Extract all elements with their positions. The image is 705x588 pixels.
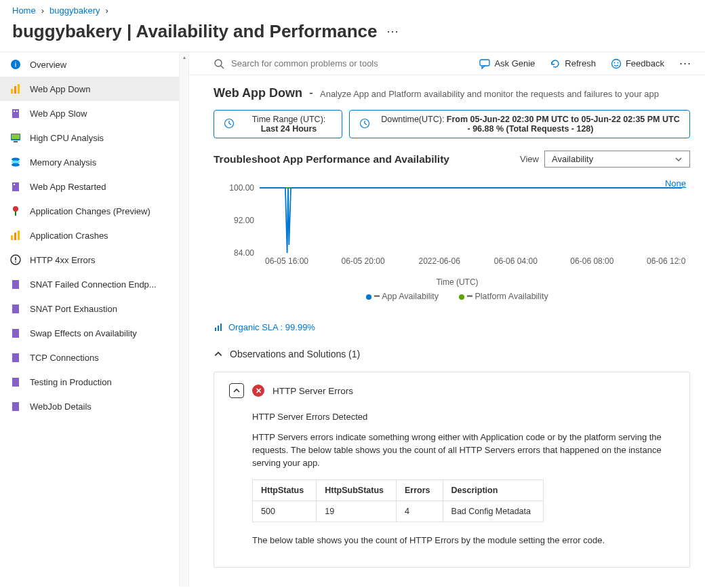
- chart-none-link[interactable]: None: [665, 178, 686, 189]
- error-icon: ✕: [252, 385, 264, 397]
- smile-icon: [611, 58, 622, 69]
- sidebar-item-high-cpu[interactable]: High CPU Analysis: [0, 125, 179, 150]
- collapse-button[interactable]: [229, 383, 244, 398]
- sidebar-item-memory[interactable]: Memory Analysis: [0, 150, 179, 174]
- x-axis-title: Time (UTC): [224, 277, 690, 287]
- table-row: 500 19 4 Bad Config Metadata: [253, 501, 544, 522]
- sidebar-scrollbar[interactable]: ▴: [180, 52, 189, 587]
- page-title: buggybakery | Availability and Performan…: [12, 21, 378, 42]
- section-subheading: Analyze App and Platform availability an…: [320, 89, 659, 99]
- svg-text:84.00: 84.00: [234, 248, 254, 258]
- breadcrumb-app[interactable]: buggybakery: [49, 5, 100, 16]
- svg-rect-22: [15, 262, 16, 263]
- legend-series-1: ━ App Availability: [366, 291, 439, 301]
- time-range-pill[interactable]: Time Range (UTC): Last 24 Hours: [214, 110, 342, 138]
- sidebar-item-crashes[interactable]: Application Crashes: [0, 223, 179, 248]
- building-icon: [9, 302, 22, 315]
- chevron-right-icon: ›: [40, 5, 45, 16]
- refresh-button[interactable]: Refresh: [550, 58, 596, 69]
- observations-title: Observations and Solutions (1): [230, 349, 360, 359]
- breadcrumb-home[interactable]: Home: [12, 5, 36, 16]
- time-range-label: Time Range (UTC):: [252, 115, 326, 124]
- building-icon: [9, 351, 22, 364]
- svg-text:06-06 12:00: 06-06 12:00: [647, 256, 685, 266]
- clock-icon: [359, 118, 370, 131]
- sidebar-item-testing[interactable]: Testing in Production: [0, 370, 179, 394]
- more-menu-icon[interactable]: ···: [387, 24, 399, 39]
- svg-text:92.00: 92.00: [234, 216, 254, 225]
- svg-rect-14: [12, 182, 19, 191]
- alert-icon: [9, 254, 22, 266]
- sidebar-item-webjob[interactable]: WebJob Details: [0, 394, 179, 418]
- chat-icon: [479, 58, 490, 69]
- sidebar-item-overview[interactable]: i Overview: [0, 52, 179, 77]
- sidebar-item-app-changes[interactable]: Application Changes (Preview): [0, 199, 179, 223]
- search-input[interactable]: [231, 58, 435, 68]
- ask-genie-label: Ask Genie: [494, 58, 535, 68]
- time-range-value: Last 24 Hours: [261, 124, 317, 134]
- svg-rect-31: [480, 60, 489, 66]
- downtime-label: Downtime(UTC):: [381, 115, 447, 124]
- svg-rect-9: [12, 134, 20, 139]
- info-icon: i: [9, 58, 22, 71]
- svg-rect-3: [14, 86, 16, 94]
- sidebar-item-label: WebJob Details: [30, 401, 92, 412]
- svg-point-34: [617, 62, 618, 63]
- sidebar-item-label: High CPU Analysis: [30, 133, 104, 143]
- feedback-button[interactable]: Feedback: [611, 58, 664, 69]
- search-icon: [214, 58, 224, 69]
- col-description: Description: [443, 479, 543, 501]
- chevron-up-icon: [214, 349, 223, 359]
- http-errors-card: ✕ HTTP Server Errors HTTP Server Errors …: [214, 372, 690, 568]
- col-httpsubstatus: HttpSubStatus: [317, 479, 397, 501]
- svg-rect-24: [12, 305, 19, 313]
- svg-rect-15: [14, 184, 15, 185]
- sidebar-item-label: HTTP 4xx Errors: [30, 255, 96, 265]
- sidebar-item-swap[interactable]: Swap Effects on Availability: [0, 321, 179, 345]
- sidebar-item-label: Application Crashes: [30, 231, 108, 241]
- sidebar-item-snat-failed[interactable]: SNAT Failed Connection Endp...: [0, 272, 179, 296]
- svg-rect-19: [18, 231, 20, 240]
- building-icon: [9, 278, 22, 290]
- card-subtitle: HTTP Server Errors Detected: [252, 412, 674, 422]
- observations-header[interactable]: Observations and Solutions (1): [214, 349, 690, 359]
- sidebar-item-snat-port[interactable]: SNAT Port Exhaustion: [0, 296, 179, 321]
- card-paragraph-2: The below table shows you the count of H…: [252, 534, 674, 547]
- sidebar-item-label: Swap Effects on Availability: [30, 328, 137, 338]
- organic-sla-link[interactable]: Organic SLA : 99.99%: [214, 321, 690, 332]
- monitor-icon: [9, 132, 22, 144]
- chart-icon: [214, 321, 224, 332]
- svg-rect-17: [11, 235, 13, 240]
- svg-rect-25: [12, 329, 19, 338]
- sidebar-item-label: TCP Connections: [30, 353, 99, 363]
- sidebar-item-label: Application Changes (Preview): [30, 206, 150, 216]
- sidebar-item-label: SNAT Failed Connection Endp...: [30, 279, 157, 290]
- sidebar-item-webapp-slow[interactable]: Web App Slow: [0, 101, 179, 125]
- svg-point-16: [13, 206, 18, 212]
- svg-text:2022-06-06: 2022-06-06: [419, 256, 461, 266]
- svg-text:06-06 04:00: 06-06 04:00: [494, 256, 538, 266]
- sidebar-item-webapp-down[interactable]: Web App Down: [0, 77, 179, 101]
- building-icon: [9, 400, 22, 412]
- bars-icon: [9, 83, 22, 95]
- sidebar-item-restarted[interactable]: Web App Restarted: [0, 174, 179, 199]
- col-errors: Errors: [397, 479, 443, 501]
- sidebar-item-label: Web App Restarted: [30, 182, 106, 192]
- scroll-up-icon[interactable]: ▴: [180, 52, 188, 63]
- svg-rect-21: [15, 257, 16, 260]
- svg-point-13: [12, 163, 20, 167]
- sidebar: i Overview Web App Down Web App Slow Hig…: [0, 52, 180, 587]
- more-actions-icon[interactable]: ···: [679, 56, 691, 71]
- svg-rect-4: [18, 84, 20, 94]
- ask-genie-button[interactable]: Ask Genie: [479, 58, 535, 69]
- downtime-pill[interactable]: Downtime(UTC): From 05-Jun-22 02:30 PM U…: [349, 110, 690, 138]
- view-select[interactable]: Availability: [544, 151, 690, 168]
- sidebar-item-tcp[interactable]: TCP Connections: [0, 345, 179, 370]
- building-icon: [9, 180, 22, 193]
- sidebar-item-label: Web App Down: [30, 84, 90, 94]
- card-paragraph-1: HTTP Servers errors indicate something w…: [252, 431, 674, 470]
- building-icon: [9, 107, 22, 119]
- svg-rect-48: [220, 324, 222, 331]
- availability-chart: None 84.0092.00100.00 06-05 16:0006-05 2…: [214, 173, 690, 305]
- sidebar-item-http4xx[interactable]: HTTP 4xx Errors: [0, 248, 179, 272]
